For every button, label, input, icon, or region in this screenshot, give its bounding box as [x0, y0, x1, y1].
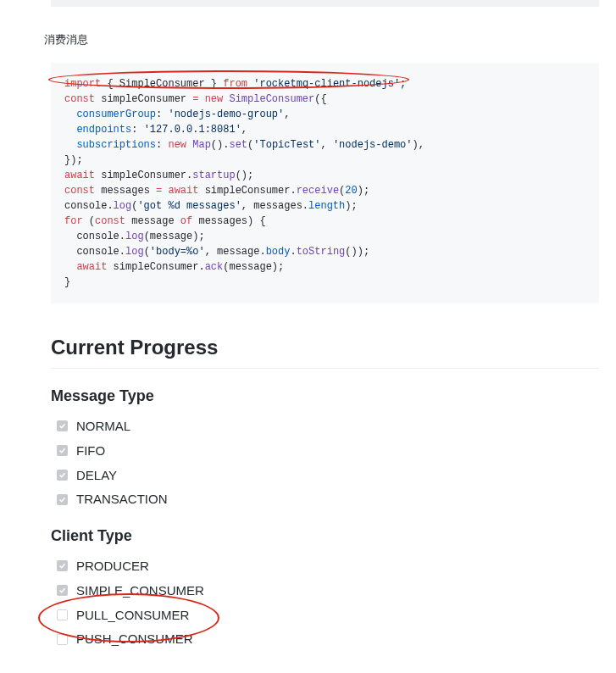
- heading-current-progress: Current Progress: [51, 336, 599, 369]
- code-line: subscriptions: new Map().set('TopicTest'…: [64, 137, 585, 153]
- section-label: 消费消息: [44, 32, 616, 47]
- code-block: import { SimpleConsumer } from 'rocketmq…: [51, 63, 599, 303]
- code-line: const simpleConsumer = new SimpleConsume…: [64, 92, 585, 107]
- top-bar: [51, 0, 599, 7]
- code-line: for (const message of messages) {: [64, 214, 585, 229]
- message-type-list: NORMAL FIFO DELAY TRANSACTION: [57, 417, 599, 509]
- checkbox-checked-icon: [57, 585, 68, 596]
- list-item: PRODUCER: [57, 557, 599, 576]
- list-item: PUSH_CONSUMER: [57, 630, 599, 648]
- code-line: console.log('body=%o', message.body.toSt…: [64, 244, 585, 259]
- checkbox-unchecked-icon: [57, 634, 68, 645]
- list-item: FIFO: [57, 442, 599, 460]
- list-item-label: PULL_CONSUMER: [76, 606, 189, 625]
- list-item: DELAY: [57, 466, 599, 485]
- code-line: console.log('got %d messages', messages.…: [64, 198, 585, 214]
- list-item: TRANSACTION: [57, 490, 599, 509]
- list-item: SIMPLE_CONSUMER: [57, 581, 599, 600]
- code-line: consumerGroup: 'nodejs-demo-group',: [64, 107, 585, 122]
- list-item-label: NORMAL: [76, 417, 130, 436]
- code-line: await simpleConsumer.ack(message);: [64, 259, 585, 275]
- client-type-list: PRODUCER SIMPLE_CONSUMER PULL_CONSUMER P…: [57, 557, 599, 648]
- code-line: const messages = await simpleConsumer.re…: [64, 183, 585, 198]
- code-line: endpoints: '127.0.0.1:8081',: [64, 122, 585, 137]
- list-item: NORMAL: [57, 417, 599, 436]
- code-line: console.log(message);: [64, 229, 585, 244]
- list-item: PULL_CONSUMER: [57, 606, 599, 625]
- code-line: }: [64, 275, 585, 290]
- list-item-label: PRODUCER: [76, 557, 149, 576]
- checkbox-checked-icon: [57, 445, 68, 456]
- code-line: });: [64, 153, 585, 168]
- list-item-label: TRANSACTION: [76, 490, 168, 509]
- list-item-label: SIMPLE_CONSUMER: [76, 581, 204, 600]
- list-item-label: FIFO: [76, 442, 105, 460]
- list-item-label: DELAY: [76, 466, 117, 485]
- subheading-client-type: Client Type: [51, 527, 599, 545]
- checkbox-checked-icon: [57, 420, 68, 431]
- checkbox-unchecked-icon: [57, 609, 68, 620]
- subheading-message-type: Message Type: [51, 387, 599, 405]
- checkbox-checked-icon: [57, 470, 68, 481]
- checkbox-checked-icon: [57, 494, 68, 505]
- code-line: await simpleConsumer.startup();: [64, 168, 585, 183]
- list-item-label: PUSH_CONSUMER: [76, 630, 193, 648]
- checkbox-checked-icon: [57, 560, 68, 571]
- code-line: import { SimpleConsumer } from 'rocketmq…: [64, 76, 585, 92]
